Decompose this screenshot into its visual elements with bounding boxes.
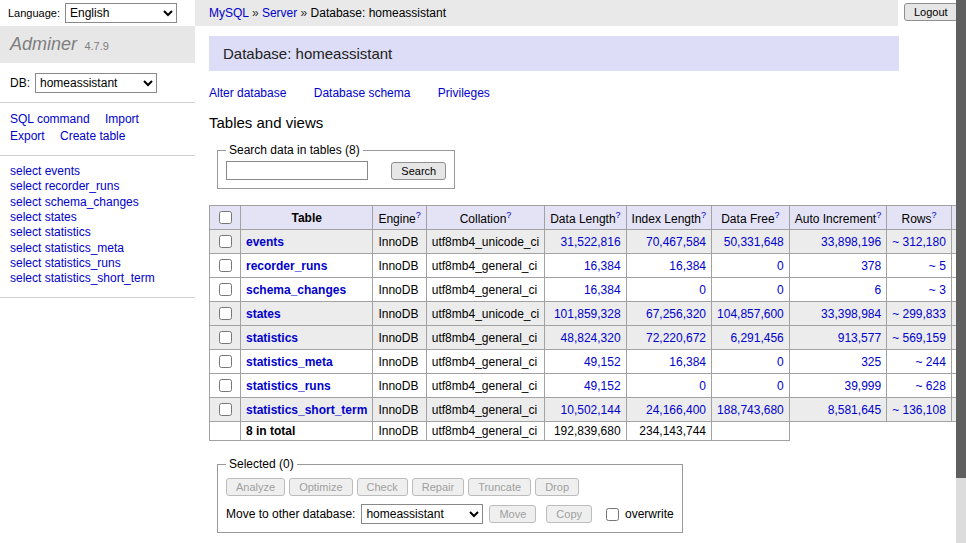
data-length-link[interactable]: 49,152 (584, 355, 621, 369)
data-length-link[interactable]: 49,152 (584, 379, 621, 393)
language-select[interactable]: English (65, 3, 177, 23)
data-length-link[interactable]: 31,522,816 (561, 235, 621, 249)
index-length-link[interactable]: 67,256,320 (646, 307, 706, 321)
logout-button[interactable]: Logout (904, 3, 958, 21)
rows-count-link[interactable]: ~ 244 (916, 355, 946, 369)
rows-count-link[interactable]: ~ 3 (929, 283, 946, 297)
sidebar-link[interactable]: Create table (60, 129, 125, 143)
breadcrumb-link[interactable]: Server (262, 6, 297, 20)
row-checkbox[interactable] (219, 379, 232, 392)
rows-count-link[interactable]: ~ 569,159 (892, 331, 946, 345)
sidebar-table-link[interactable]: select statistics_runs (10, 256, 121, 270)
database-action-link[interactable]: Database schema (314, 86, 411, 100)
table-name-link[interactable]: events (246, 235, 284, 249)
row-checkbox[interactable] (219, 307, 232, 320)
auto-increment-link[interactable]: 325 (861, 355, 881, 369)
auto-increment-link[interactable]: 378 (861, 259, 881, 273)
search-button[interactable]: Search (391, 162, 446, 180)
row-checkbox[interactable] (219, 403, 232, 416)
data-length-link[interactable]: 16,384 (584, 283, 621, 297)
index-length-link[interactable]: 72,220,672 (646, 331, 706, 345)
auto-increment-link[interactable]: 6 (874, 283, 881, 297)
table-name-link[interactable]: schema_changes (246, 283, 346, 297)
row-checkbox[interactable] (219, 259, 232, 272)
vertical-scrollbar[interactable] (956, 0, 966, 543)
auto-increment-link[interactable]: 39,999 (844, 379, 881, 393)
data-free-link[interactable]: 188,743,680 (717, 403, 784, 417)
column-help-link[interactable]: ? (701, 210, 706, 220)
database-action-link[interactable]: Privileges (438, 86, 490, 100)
rows-count-link[interactable]: ~ 136,108 (892, 403, 946, 417)
sidebar-table-link[interactable]: select statistics_short_term (10, 271, 155, 285)
index-length-link[interactable]: 0 (699, 283, 706, 297)
row-checkbox[interactable] (219, 331, 232, 344)
column-help-link[interactable]: ? (775, 210, 780, 220)
select-all-checkbox[interactable] (219, 211, 232, 224)
sidebar-table-link[interactable]: select schema_changes (10, 195, 139, 209)
optimize-button[interactable]: Optimize (289, 478, 352, 496)
auto-increment-link[interactable]: 33,898,196 (821, 235, 881, 249)
row-checkbox[interactable] (219, 355, 232, 368)
data-length-link[interactable]: 16,384 (584, 259, 621, 273)
index-length-link[interactable]: 24,166,400 (646, 403, 706, 417)
overwrite-checkbox[interactable] (606, 508, 619, 521)
data-length-link[interactable]: 48,824,320 (561, 331, 621, 345)
auto-increment-link[interactable]: 33,398,984 (821, 307, 881, 321)
language-area: Language: English (0, 0, 195, 26)
sidebar-link[interactable]: Export (10, 129, 45, 143)
truncate-button[interactable]: Truncate (468, 478, 531, 496)
row-checkbox[interactable] (219, 235, 232, 248)
rows-count-link[interactable]: ~ 312,180 (892, 235, 946, 249)
index-length-link[interactable]: 16,384 (669, 355, 706, 369)
copy-button[interactable]: Copy (546, 505, 592, 523)
data-free-link[interactable]: 104,857,600 (717, 307, 784, 321)
column-help-link[interactable]: ? (876, 210, 881, 220)
index-length-link[interactable]: 16,384 (669, 259, 706, 273)
move-db-select[interactable]: homeassistant (361, 504, 483, 524)
rows-count-link[interactable]: ~ 628 (916, 379, 946, 393)
analyze-button[interactable]: Analyze (226, 478, 285, 496)
data-free-link[interactable]: 0 (777, 379, 784, 393)
move-button[interactable]: Move (489, 505, 536, 523)
breadcrumb-link[interactable]: MySQL (209, 6, 249, 20)
sidebar-link[interactable]: Import (105, 112, 139, 126)
auto-increment-link[interactable]: 913,577 (838, 331, 881, 345)
sidebar-table-link[interactable]: select events (10, 164, 80, 178)
rows-count-link[interactable]: ~ 299,833 (892, 307, 946, 321)
table-name-link[interactable]: statistics_short_term (246, 403, 367, 417)
sidebar-table-link[interactable]: select states (10, 210, 77, 224)
sidebar-link[interactable]: SQL command (10, 112, 90, 126)
database-action-link[interactable]: Alter database (209, 86, 286, 100)
data-free-link[interactable]: 0 (777, 355, 784, 369)
table-name-link[interactable]: statistics (246, 331, 298, 345)
sidebar-table-link[interactable]: select statistics (10, 225, 91, 239)
check-button[interactable]: Check (357, 478, 408, 496)
row-checkbox[interactable] (219, 283, 232, 296)
search-input[interactable] (226, 161, 368, 180)
data-length-link[interactable]: 101,859,328 (554, 307, 621, 321)
rows-count-link[interactable]: ~ 5 (929, 259, 946, 273)
index-length-link[interactable]: 0 (699, 379, 706, 393)
data-length-link[interactable]: 10,502,144 (561, 403, 621, 417)
scrollbar-thumb[interactable] (956, 0, 966, 478)
data-free-link[interactable]: 0 (777, 283, 784, 297)
auto-increment-link[interactable]: 8,581,645 (828, 403, 881, 417)
data-free-link[interactable]: 6,291,456 (730, 331, 783, 345)
column-help-link[interactable]: ? (416, 210, 421, 220)
column-help-link[interactable]: ? (616, 210, 621, 220)
column-header: Engine? (373, 206, 426, 230)
table-name-link[interactable]: statistics_runs (246, 379, 331, 393)
table-name-link[interactable]: statistics_meta (246, 355, 333, 369)
sidebar-table-link[interactable]: select recorder_runs (10, 179, 119, 193)
data-free-link[interactable]: 0 (777, 259, 784, 273)
db-select[interactable]: homeassistant (35, 73, 157, 93)
index-length-link[interactable]: 70,467,584 (646, 235, 706, 249)
drop-button[interactable]: Drop (535, 478, 579, 496)
column-help-link[interactable]: ? (506, 210, 511, 220)
table-name-link[interactable]: recorder_runs (246, 259, 327, 273)
column-help-link[interactable]: ? (932, 210, 937, 220)
sidebar-table-link[interactable]: select statistics_meta (10, 241, 124, 255)
repair-button[interactable]: Repair (412, 478, 464, 496)
data-free-link[interactable]: 50,331,648 (724, 235, 784, 249)
table-name-link[interactable]: states (246, 307, 281, 321)
